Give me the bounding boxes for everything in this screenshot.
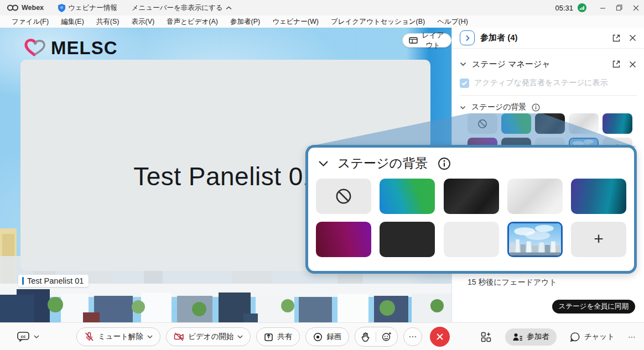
background-light-wave[interactable] <box>507 179 563 214</box>
sync-stage-button[interactable]: ステージを全員に同期 <box>552 300 635 314</box>
raise-hand-icon[interactable] <box>361 332 370 342</box>
menu-webinar[interactable]: ウェビナー(W) <box>266 17 325 27</box>
background-none[interactable] <box>316 179 371 214</box>
stage-background-options: + <box>308 172 634 257</box>
popout-stage-manager-icon[interactable] <box>612 60 620 68</box>
chat-bubble-icon <box>570 332 580 342</box>
menu-view[interactable]: 表示(V) <box>125 17 160 27</box>
participants-panel-header: 参加者 (4) <box>452 28 644 49</box>
info-icon[interactable] <box>438 157 451 170</box>
maximize-button[interactable] <box>611 0 627 15</box>
title-bar: Webex ウェビナー情報 メニューバーを非表示にする 05:31 <box>0 0 644 15</box>
plus-icon: + <box>594 231 604 247</box>
close-icon <box>436 333 444 341</box>
control-toolbar: cc ミュート解除 ビデオの開始 <box>0 322 644 350</box>
background-dark-wave[interactable] <box>444 179 499 214</box>
reactions-group <box>355 327 398 347</box>
active-speaker-checkbox[interactable] <box>460 79 469 88</box>
background-green-blue-gradient[interactable] <box>380 179 435 214</box>
melsc-heart-icon <box>24 38 46 58</box>
info-icon[interactable] <box>532 103 540 112</box>
close-window-button[interactable] <box>627 0 644 15</box>
menu-audio-video[interactable]: 音声とビデオ(A) <box>160 17 224 27</box>
background-light-gray[interactable] <box>444 222 499 257</box>
participants-title: 参加者 (4) <box>480 33 612 43</box>
record-icon <box>313 332 323 342</box>
webex-logo-icon <box>7 4 19 12</box>
stage-background-section-header: ステージの背景 <box>452 101 644 114</box>
chevron-down-icon[interactable] <box>460 62 466 66</box>
menu-file[interactable]: ファイル(F) <box>6 17 55 27</box>
unmute-button[interactable]: ミュート解除 <box>76 327 160 346</box>
background-light-wave[interactable] <box>569 113 599 134</box>
chat-toggle-button[interactable]: チャット <box>570 332 615 342</box>
session-clock: 05:31 <box>555 4 573 12</box>
toolbar-overflow-button[interactable]: ⋯ <box>628 332 636 341</box>
app-name: Webex <box>22 4 44 12</box>
background-indigo-teal-gradient[interactable] <box>571 179 626 214</box>
close-stage-manager-icon[interactable] <box>629 61 636 68</box>
popup-header: ステージの背景 <box>308 148 634 172</box>
chevron-down-icon[interactable] <box>318 160 329 167</box>
record-button[interactable]: 録画 <box>305 327 349 346</box>
apps-icon[interactable] <box>480 331 492 343</box>
melsc-wordmark: MELSC <box>51 38 118 59</box>
active-speaker-name-tag: Test Panelist 01 <box>18 275 89 287</box>
background-charcoal[interactable] <box>380 222 435 257</box>
background-green-blue-gradient[interactable] <box>501 113 531 134</box>
share-button[interactable]: 共有 <box>256 327 300 346</box>
menu-breakout[interactable]: ブレイクアウトセッション(B) <box>325 17 431 27</box>
popup-title: ステージの背景 <box>337 155 428 172</box>
background-add[interactable]: + <box>571 222 626 257</box>
background-none[interactable] <box>468 113 497 134</box>
chevron-down-icon <box>147 335 153 338</box>
menu-help[interactable]: ヘルプ(H) <box>431 17 474 27</box>
menu-edit[interactable]: 編集(E) <box>55 17 90 27</box>
stage-manager-title: ステージ マネージャ <box>472 59 612 70</box>
background-city-photo[interactable] <box>507 222 563 257</box>
menu-bar: ファイル(F) 編集(E) 共有(S) 表示(V) 音声とビデオ(A) 参加者(… <box>0 15 644 28</box>
section-divider <box>460 95 637 96</box>
closed-captions-button[interactable]: cc <box>17 323 39 350</box>
background-dark-wave[interactable] <box>535 113 565 134</box>
melsc-logo: MELSC <box>24 38 118 59</box>
speaking-indicator <box>22 277 24 285</box>
menu-participant[interactable]: 参加者(P) <box>224 17 266 27</box>
svg-text:cc: cc <box>21 334 26 339</box>
start-video-button[interactable]: ビデオの開始 <box>166 327 251 346</box>
chevron-up-icon <box>226 6 232 10</box>
layout-button[interactable]: レイアウト <box>402 33 451 48</box>
collapse-panel-button[interactable] <box>460 30 475 45</box>
hide-menubar-button[interactable]: メニューバーを非表示にする <box>132 3 232 13</box>
fade-out-note: 15 秒後にフェードアウト <box>468 278 557 288</box>
background-indigo-teal-gradient[interactable] <box>603 113 632 134</box>
shield-icon <box>58 4 65 12</box>
closed-captions-icon: cc <box>17 331 30 342</box>
background-maroon-purple-gradient[interactable] <box>316 222 371 257</box>
layout-icon <box>409 37 418 44</box>
minimize-button[interactable] <box>594 0 611 15</box>
active-speaker-option: アクティブな発言者をステージに表示 <box>452 76 644 90</box>
stage-background-title: ステージの背景 <box>471 102 526 112</box>
more-options-button[interactable]: ⋯ <box>403 327 422 346</box>
webex-window: Webex ウェビナー情報 メニューバーを非表示にする 05:31 <box>0 0 644 350</box>
menu-share[interactable]: 共有(S) <box>90 17 126 27</box>
chevron-down-icon <box>237 335 243 338</box>
popout-panel-icon[interactable] <box>612 34 620 42</box>
active-speaker-checkbox-label: アクティブな発言者をステージに表示 <box>474 78 608 88</box>
chevron-down-icon[interactable] <box>460 106 466 109</box>
participants-toggle-button[interactable]: 参加者 <box>505 328 557 346</box>
camera-off-icon <box>174 332 184 342</box>
leave-webinar-button[interactable] <box>430 327 450 347</box>
mic-muted-icon <box>84 332 94 342</box>
participants-icon <box>512 332 523 342</box>
stage-background-popup: ステージの背景 + <box>305 145 637 274</box>
share-screen-icon <box>264 332 273 342</box>
connection-quality-icon[interactable] <box>578 3 586 12</box>
chevron-down-icon <box>34 335 39 338</box>
webinar-info-button[interactable]: ウェビナー情報 <box>58 3 117 13</box>
reactions-smiley-icon[interactable] <box>382 332 392 342</box>
close-panel-icon[interactable] <box>629 34 636 41</box>
panelist-name-display: Test Panelist 01 <box>133 161 318 191</box>
stage-manager-header: ステージ マネージャ <box>452 56 644 72</box>
